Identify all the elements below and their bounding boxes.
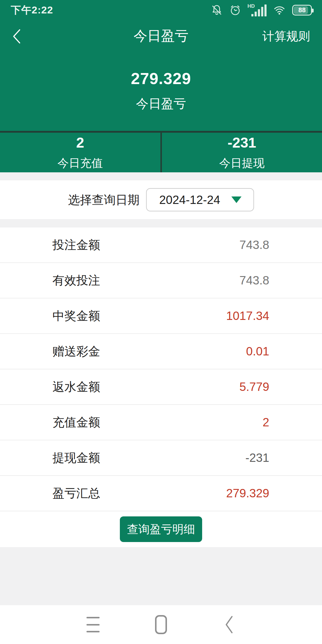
row-label: 中奖金额 [52, 308, 100, 324]
row-value: 0.01 [246, 345, 269, 358]
date-picker-label: 选择查询日期 [68, 192, 140, 208]
android-nav-bar [0, 605, 322, 644]
status-time: 下午2:22 [11, 3, 53, 17]
row-label: 返水金额 [52, 379, 100, 395]
row-value: 279.329 [226, 487, 269, 500]
wifi-icon [273, 4, 286, 16]
summary-row: 赠送彩金 0.01 [0, 334, 322, 369]
row-label: 赠送彩金 [52, 343, 100, 360]
stat-withdraw-value: -231 [227, 134, 256, 151]
row-value: 5.779 [239, 380, 269, 394]
stat-recharge-value: 2 [76, 134, 84, 151]
button-section: 查询盈亏明细 [0, 511, 322, 547]
stat-recharge: 2 今日充值 [0, 133, 160, 172]
query-detail-button[interactable]: 查询盈亏明细 [120, 516, 202, 542]
hero-stats: 2 今日充值 -231 今日提现 [0, 131, 322, 172]
hd-signal-icon: HD [247, 3, 267, 17]
row-value: 1017.34 [226, 309, 269, 323]
stat-withdraw-label: 今日提现 [219, 156, 264, 171]
nav-back-button[interactable] [222, 614, 236, 635]
date-dropdown[interactable]: 2024-12-24 [146, 188, 254, 211]
row-label: 盈亏汇总 [52, 485, 100, 501]
summary-list: 投注金额 743.8 有效投注 743.8 中奖金额 1017.34 赠送彩金 … [0, 227, 322, 511]
hero-value: 279.329 [131, 69, 191, 88]
row-value: -231 [245, 451, 269, 465]
hero-summary: 279.329 今日盈亏 [0, 54, 322, 131]
row-value: 743.8 [239, 238, 269, 252]
battery-icon: 88 [292, 5, 312, 16]
date-dropdown-value: 2024-12-24 [159, 193, 220, 207]
row-label: 充值金额 [52, 414, 100, 431]
summary-row: 提现金额 -231 [0, 440, 322, 476]
hero-header: 下午2:22 HD [0, 0, 322, 172]
summary-row: 投注金额 743.8 [0, 227, 322, 263]
summary-row: 中奖金额 1017.34 [0, 298, 322, 334]
row-label: 投注金额 [52, 237, 100, 253]
app-bar: 今日盈亏 计算规则 [0, 18, 322, 54]
hero-label: 今日盈亏 [136, 95, 186, 112]
stat-recharge-label: 今日充值 [58, 156, 103, 171]
status-bar: 下午2:22 HD [0, 0, 322, 18]
summary-row: 有效投注 743.8 [0, 263, 322, 298]
battery-percent: 88 [293, 6, 311, 14]
row-value: 2 [263, 416, 269, 429]
summary-row: 返水金额 5.779 [0, 369, 322, 405]
spacer [0, 219, 322, 227]
nav-menu-button[interactable] [86, 614, 100, 635]
home-icon [155, 615, 167, 634]
row-label: 提现金额 [52, 450, 100, 466]
nav-home-button[interactable] [154, 614, 168, 635]
profit-loss-screen: 下午2:22 HD [0, 0, 322, 644]
summary-row: 盈亏汇总 279.329 [0, 476, 322, 511]
alarm-icon [229, 4, 242, 16]
date-picker-section: 选择查询日期 2024-12-24 [0, 180, 322, 219]
dropdown-caret-icon [231, 196, 242, 203]
notifications-off-icon [210, 4, 223, 16]
menu-icon [86, 617, 100, 632]
summary-row: 充值金额 2 [0, 405, 322, 440]
spacer [0, 547, 322, 605]
status-icons: HD 88 [210, 3, 312, 17]
stat-withdraw: -231 今日提现 [160, 133, 322, 172]
row-label: 有效投注 [52, 272, 100, 289]
back-icon [224, 615, 234, 634]
spacer [0, 172, 322, 180]
calc-rules-link[interactable]: 计算规则 [262, 18, 310, 54]
row-value: 743.8 [239, 274, 269, 287]
